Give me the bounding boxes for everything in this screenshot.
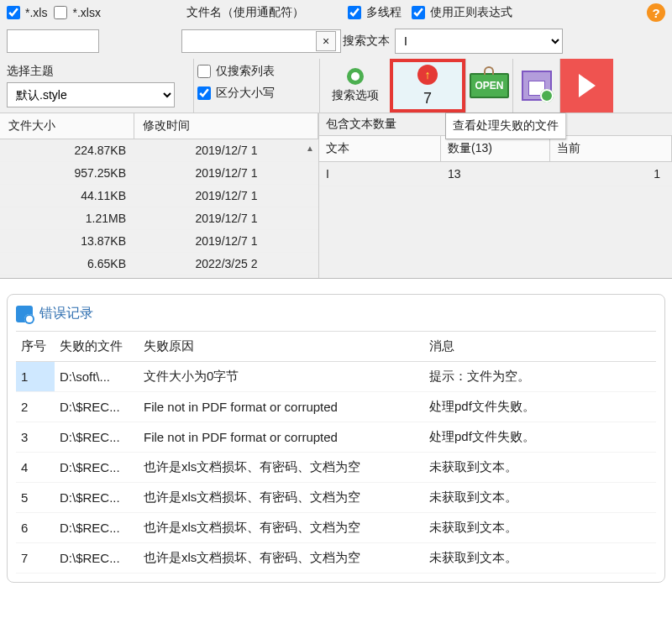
- list-only-checkbox[interactable]: 仅搜索列表: [197, 64, 316, 79]
- size-cell: 13.87KB: [0, 230, 134, 253]
- file-cell: D:\$REC...: [55, 392, 139, 422]
- table-row[interactable]: 1D:\soft\...文件大小为0字节提示：文件为空。: [16, 362, 656, 392]
- file-cell: D:\$REC...: [55, 453, 139, 483]
- reason-cell: File not in PDF format or corrupted: [139, 392, 424, 422]
- table-row[interactable]: 1.21MB2019/12/7 1: [0, 207, 318, 230]
- filter-text-input[interactable]: [7, 29, 99, 53]
- file-list-table: 224.87KB2019/12/7 1957.25KB2019/12/7 144…: [0, 139, 318, 275]
- table-row[interactable]: 6D:\$REC...也许是xls文档损坏、有密码、文档为空未获取到文本。: [16, 513, 656, 543]
- multithread-checkbox[interactable]: 多线程: [348, 5, 402, 20]
- regex-input[interactable]: [412, 6, 425, 19]
- col-text-header[interactable]: 文本: [319, 136, 441, 161]
- text-count-row[interactable]: I 13 1: [319, 162, 672, 186]
- table-row[interactable]: 44.11KB2019/12/7 1: [0, 185, 318, 207]
- theme-label: 选择主题: [7, 64, 186, 79]
- seq-cell: 4: [16, 453, 55, 483]
- floppy-icon: [522, 71, 552, 101]
- save-button[interactable]: [512, 59, 559, 113]
- seq-cell: 1: [16, 362, 55, 392]
- clear-filename-button[interactable]: ×: [316, 31, 336, 51]
- reason-cell: 也许是xls文档损坏、有密码、文档为空: [139, 543, 424, 574]
- mtime-cell: 2019/12/7 1: [134, 207, 318, 230]
- search-options-box: 仅搜索列表 区分大小写: [193, 59, 319, 113]
- case-sensitive-input[interactable]: [197, 86, 211, 100]
- msg-cell: 未获取到文本。: [424, 483, 656, 513]
- reason-cell: 文件大小为0字节: [139, 362, 424, 392]
- scroll-up-icon[interactable]: ▲: [303, 141, 317, 155]
- msg-cell: 未获取到文本。: [424, 453, 656, 483]
- table-row[interactable]: 5D:\$REC...也许是xls文档损坏、有密码、文档为空未获取到文本。: [16, 483, 656, 513]
- help-icon[interactable]: ?: [647, 3, 665, 22]
- col-seq-header[interactable]: 序号: [16, 332, 55, 362]
- list-only-label: 仅搜索列表: [216, 64, 275, 79]
- theme-box: 选择主题 默认.style: [0, 59, 193, 113]
- filename-label: 文件名（使用通配符）: [181, 5, 341, 20]
- theme-select[interactable]: 默认.style: [7, 82, 175, 107]
- col-reason-header[interactable]: 失败原因: [139, 332, 424, 362]
- col-size-header[interactable]: 文件大小: [0, 113, 134, 139]
- file-list-body[interactable]: ▲ 224.87KB2019/12/7 1957.25KB2019/12/7 1…: [0, 139, 318, 278]
- seq-cell: 5: [16, 483, 55, 513]
- file-list-header: 文件大小 修改时间: [0, 113, 318, 139]
- search-options-label: 搜索选项: [332, 88, 379, 103]
- reason-cell: 也许是xls文档损坏、有密码、文档为空: [139, 513, 424, 543]
- error-log-header-row: 序号 失败的文件 失败原因 消息: [16, 332, 656, 362]
- case-sensitive-checkbox[interactable]: 区分大小写: [197, 86, 316, 101]
- col-cur-header[interactable]: 当前: [550, 136, 672, 161]
- reason-cell: 也许是xls文档损坏、有密码、文档为空: [139, 483, 424, 513]
- msg-cell: 处理pdf文件失败。: [424, 392, 656, 422]
- open-button[interactable]: OPEN: [465, 59, 512, 113]
- table-row[interactable]: 6.65KB2022/3/25 2: [0, 253, 318, 275]
- file-cell: D:\$REC...: [55, 513, 139, 543]
- table-row[interactable]: 2D:\$REC...File not in PDF format or cor…: [16, 392, 656, 422]
- size-cell: 1.21MB: [0, 207, 134, 230]
- toolbar-row-1: *.xls *.xlsx 文件名（使用通配符） 多线程 使用正则表达式 ?: [0, 0, 672, 25]
- error-log-title: 错误记录: [16, 301, 656, 331]
- col-msg-header[interactable]: 消息: [424, 332, 656, 362]
- table-row[interactable]: 13.87KB2019/12/7 1: [0, 230, 318, 253]
- filter-xlsx-label: *.xlsx: [72, 6, 100, 19]
- multithread-input[interactable]: [348, 6, 361, 19]
- mtime-cell: 2019/12/7 1: [134, 185, 318, 207]
- failed-files-button[interactable]: 7: [390, 59, 465, 113]
- reason-cell: File not in PDF format or corrupted: [139, 422, 424, 453]
- col-qty-header[interactable]: 数量(13): [441, 136, 550, 161]
- filter-xlsx-input[interactable]: [54, 6, 67, 19]
- filter-xls-checkbox[interactable]: *.xls: [7, 6, 47, 19]
- toolbar-row-3: 选择主题 默认.style 仅搜索列表 区分大小写 搜索选项 7 OPEN: [0, 59, 672, 113]
- search-text-select[interactable]: I: [395, 29, 563, 54]
- file-cell: D:\$REC...: [55, 483, 139, 513]
- failed-count: 7: [423, 90, 432, 107]
- seq-cell: 7: [16, 543, 55, 574]
- file-cell: D:\soft\...: [55, 362, 139, 392]
- size-cell: 44.11KB: [0, 185, 134, 207]
- table-row[interactable]: 224.87KB2019/12/7 1: [0, 139, 318, 162]
- table-row[interactable]: 957.25KB2019/12/7 1: [0, 162, 318, 185]
- regex-checkbox[interactable]: 使用正则表达式: [412, 5, 512, 20]
- col-file-header[interactable]: 失败的文件: [55, 332, 139, 362]
- seq-cell: 6: [16, 513, 55, 543]
- mtime-cell: 2019/12/7 1: [134, 162, 318, 185]
- filter-xls-label: *.xls: [25, 6, 47, 19]
- failed-files-tooltip: 查看处理失败的文件: [445, 113, 566, 139]
- gear-icon: [347, 68, 364, 85]
- regex-label: 使用正则表达式: [430, 5, 512, 20]
- table-row[interactable]: 4D:\$REC...也许是xls文档损坏、有密码、文档为空未获取到文本。: [16, 453, 656, 483]
- seq-cell: 2: [16, 392, 55, 422]
- text-count-panel: 包含文本数量 文本 数量(13) 当前 查看处理失败的文件 I 13 1: [319, 113, 672, 278]
- size-cell: 957.25KB: [0, 162, 134, 185]
- filter-xlsx-checkbox[interactable]: *.xlsx: [54, 6, 100, 19]
- table-row[interactable]: 7D:\$REC...也许是xls文档损坏、有密码、文档为空未获取到文本。: [16, 543, 656, 574]
- search-options-button[interactable]: 搜索选项: [319, 59, 390, 113]
- file-list: 文件大小 修改时间 ▲ 224.87KB2019/12/7 1957.25KB2…: [0, 113, 319, 278]
- table-row[interactable]: 3D:\$REC...File not in PDF format or cor…: [16, 422, 656, 453]
- list-only-input[interactable]: [197, 65, 211, 78]
- error-log-table: 序号 失败的文件 失败原因 消息 1D:\soft\...文件大小为0字节提示：…: [16, 331, 656, 574]
- run-button[interactable]: [559, 59, 613, 113]
- top-toolbar: *.xls *.xlsx 文件名（使用通配符） 多线程 使用正则表达式 ?: [0, 0, 672, 279]
- file-cell: D:\$REC...: [55, 422, 139, 453]
- qty-cell: 13: [441, 162, 550, 186]
- warning-icon: [417, 65, 438, 85]
- col-mtime-header[interactable]: 修改时间: [134, 113, 318, 139]
- filter-xls-input[interactable]: [7, 6, 20, 19]
